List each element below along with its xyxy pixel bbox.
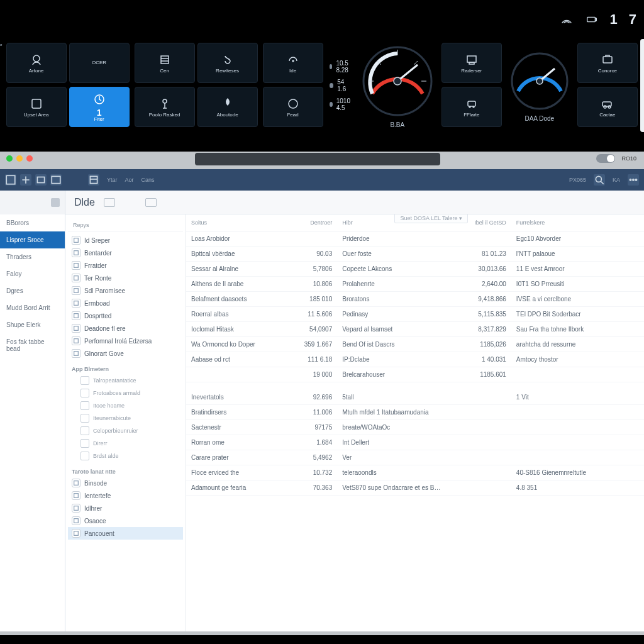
tile-conorce[interactable]: Conorce	[577, 43, 638, 83]
page-action-1[interactable]	[104, 198, 115, 207]
table-row[interactable]: Aabase od rct111 6.18IP:Dclabe1 40.031Am…	[186, 352, 644, 367]
svg-point-27	[604, 106, 606, 108]
tree-item[interactable]: Frotoabces armald	[68, 387, 183, 399]
toggle-switch[interactable]	[596, 154, 615, 163]
tile-fflarte[interactable]: FFlarte	[441, 87, 502, 127]
tile-artone[interactable]: Artone	[6, 43, 67, 83]
sidebar-item-2[interactable]: Thraders	[0, 248, 65, 265]
col-header[interactable]: Soitus	[186, 214, 287, 231]
svg-rect-41	[74, 301, 79, 306]
table-row[interactable]: Floce erviced the10.732teleraoondls40-S8…	[186, 465, 644, 480]
toolbar-btn-3[interactable]	[35, 174, 47, 186]
tree-item[interactable]: Itooe hoame	[68, 399, 183, 412]
table-row[interactable]: Bpttcal vbërdae90.03Ouer foste81 01.23l'…	[186, 247, 644, 262]
tree-item[interactable]: Direrr	[68, 437, 183, 450]
svg-rect-47	[74, 494, 79, 498]
sidebar-item-4[interactable]: Dgres	[0, 282, 65, 299]
toolbar-btn-main[interactable]	[88, 174, 99, 186]
svg-rect-48	[74, 506, 79, 511]
svg-rect-19	[468, 101, 475, 106]
toolbar-btn-1[interactable]	[5, 174, 16, 186]
tree-item[interactable]: Brdst alde	[68, 450, 183, 462]
tile-fiter[interactable]: 1Fiter	[69, 87, 130, 127]
tree-section-2: App Blmetern	[68, 360, 183, 374]
tile-rewiteses[interactable]: Rewiteses	[197, 43, 258, 83]
tree-item[interactable]: Celoperbieunruier	[68, 425, 183, 437]
tree-item[interactable]: Binsode	[68, 477, 183, 489]
table-row[interactable]: Sessar al Alralne5,7806Copeete LAkcons30…	[186, 262, 644, 277]
tree-item[interactable]: Dosprtted	[68, 309, 183, 322]
tab-1[interactable]: Ytar	[107, 177, 118, 183]
tree-item[interactable]: Ermboad	[68, 297, 183, 309]
battery-icon	[585, 13, 599, 26]
tree-item[interactable]: Ientertefe	[68, 489, 183, 502]
table-row[interactable]: Bratindirsers11.006Mtulh mfdel 1 Itatuba…	[186, 405, 644, 420]
tile-upset-area[interactable]: Upset Area	[6, 87, 67, 127]
tree-item[interactable]: Iteunerrabicute	[68, 412, 183, 425]
table-row[interactable]: Belafment daasoets185 010Broratons9,418.…	[186, 292, 644, 307]
hud-tiles-1: Artone OCER Upset Area 1Fiter	[4, 39, 132, 132]
tree-section-3: Taroto lanat ntte	[68, 462, 183, 477]
svg-rect-49	[74, 519, 79, 523]
page-action-2[interactable]	[145, 198, 157, 207]
sidebar-collapse-icon[interactable]	[51, 198, 60, 207]
col-header[interactable]: Furrelskere	[511, 214, 644, 231]
tree-item[interactable]: Talropeatantatice	[68, 374, 183, 387]
toolbar-btn-2[interactable]	[20, 174, 31, 186]
sidebar-item-3[interactable]: Faloy	[0, 265, 65, 282]
table-row[interactable]: Sactenestr97175breate/WOAtaOc	[186, 420, 644, 435]
tab-2[interactable]: Aor	[125, 177, 134, 183]
svg-point-35	[635, 179, 636, 180]
tree-item[interactable]: Frratder	[68, 259, 183, 272]
table-row[interactable]: Aithens de Il arabe10.806Prolahenrte2,64…	[186, 277, 644, 292]
tree-item[interactable]: Sdl Paromisee	[68, 284, 183, 297]
tile-fead[interactable]: Fead	[263, 87, 323, 127]
hud-tiles-3: Ide Fead	[260, 39, 326, 132]
sidebar-item-5[interactable]: Mudd Bord Arrit	[0, 299, 65, 316]
tree-item[interactable]: Perfomnal Irolá Edzersa	[68, 335, 183, 347]
table-row[interactable]: Inevertatols92.6965tall1 Vit	[186, 390, 644, 405]
table-row[interactable]: Ioclomal Hitask54,0907Vepard al Isamset8…	[186, 322, 644, 337]
col-header[interactable]: Dentroer	[287, 214, 337, 231]
table-row[interactable]: Carare prater5,4962Ver	[186, 450, 644, 465]
sidebar-item-6[interactable]: Shupe Elerk	[0, 316, 65, 333]
tree-item[interactable]: Bentarder	[68, 247, 183, 259]
tile-cen[interactable]: Cen	[135, 43, 195, 83]
sidebar-item-0[interactable]: BBorors	[0, 214, 65, 231]
tile-poolo[interactable]: Poolo Rasked	[135, 87, 195, 127]
toolbar-btn-4[interactable]	[50, 174, 62, 186]
svg-rect-1	[595, 18, 596, 21]
tree-item[interactable]: Idlhrer	[68, 502, 183, 514]
search-icon[interactable]	[594, 174, 605, 186]
tile-raderser[interactable]: Raderser	[441, 43, 502, 83]
tree-item[interactable]: Glnorart Gove	[68, 347, 183, 360]
table-row[interactable]: Roerral albas11 5.606Pedinasy5,115.835TE…	[186, 307, 644, 322]
table-row[interactable]: Loas ArobidorPriderdoeEgc10 Abvorder	[186, 231, 644, 247]
tree-item[interactable]: Osaoce	[68, 514, 183, 527]
page-title: Dlde	[74, 197, 95, 208]
table-row[interactable]: Rorran ome1.684Int Dellert	[186, 435, 644, 450]
address-bar[interactable]	[195, 153, 440, 165]
sidebar-item-7[interactable]: Fos fak tabbe bead	[0, 333, 65, 357]
browser-frame: RO10 Ytar Aor Cans PX065 KA	[0, 151, 644, 635]
tile-ide[interactable]: Ide	[263, 43, 323, 83]
table-row[interactable]: Adamount ge fearia70.363VetS870 supe Ond…	[186, 480, 644, 496]
svg-rect-31	[52, 176, 60, 183]
tree-item[interactable]: Pancouent	[68, 527, 183, 540]
table-row[interactable]: 19 000Brelcarahouser1185.601	[186, 367, 644, 382]
tree-item[interactable]: Id Sreper	[68, 234, 183, 247]
svg-rect-25	[603, 57, 612, 63]
tile-cactae[interactable]: Cactae	[577, 87, 638, 127]
sidebar-item-1[interactable]: Lisprer Sroce	[0, 231, 65, 248]
menu-icon[interactable]	[628, 174, 639, 186]
filter-chip[interactable]: Suet DOSA LEL Talere ▾	[394, 214, 468, 223]
svg-point-28	[608, 106, 611, 108]
svg-rect-5	[161, 56, 169, 64]
tile-aboutode[interactable]: Aboutode	[197, 87, 258, 127]
window-controls[interactable]	[6, 155, 33, 162]
tile-ocer[interactable]: OCER	[69, 43, 130, 83]
tree-item[interactable]: Ter Ronte	[68, 272, 183, 284]
tab-3[interactable]: Cans	[142, 177, 155, 183]
tree-item[interactable]: Deadone fl ere	[68, 322, 183, 335]
table-row[interactable]: Wa Ormoncd ko Doper359 1.667Bend Of ist …	[186, 337, 644, 352]
